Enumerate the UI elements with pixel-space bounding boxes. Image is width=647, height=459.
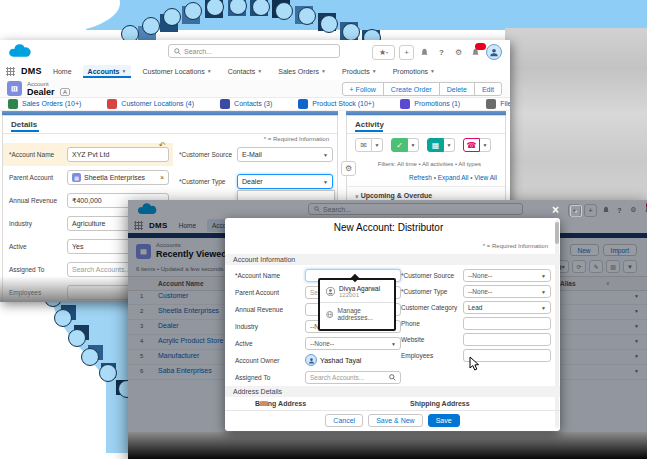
required-note: * = Required Information xyxy=(264,136,329,142)
phone-input[interactable] xyxy=(463,317,551,330)
customer-source-select[interactable]: E-Mail▼ xyxy=(237,147,333,162)
field-label: Assigned To xyxy=(235,374,270,381)
chevron-down-icon[interactable]: ▼ xyxy=(480,138,491,152)
cloud-circle xyxy=(342,23,360,41)
create-order-button[interactable]: Create Order xyxy=(383,82,440,96)
customer-source-select[interactable]: --None--▼ xyxy=(463,269,551,282)
autofill-suggestion[interactable]: Divya Agarwal 122001 xyxy=(320,280,394,300)
app-launcher-icon[interactable] xyxy=(6,67,15,76)
record-header: Account Dealer A +Follow Create Order De… xyxy=(0,80,510,98)
manage-addresses-label: Manage addresses... xyxy=(337,307,388,321)
modal-footer: Cancel Save & New Save xyxy=(225,414,560,427)
details-tab[interactable]: Details xyxy=(11,120,37,129)
pixel-cloud-bottom-left xyxy=(28,293,132,455)
favorites-dropdown-icon[interactable]: ▼ xyxy=(570,205,582,217)
account-name-input[interactable]: XYZ Pvt Ltd xyxy=(67,147,169,162)
field-label: Parent Account xyxy=(9,174,53,181)
app-name: DMS xyxy=(21,66,42,76)
help-icon[interactable]: ? xyxy=(435,46,448,59)
record-actions: +Follow Create Order Delete Edit xyxy=(342,82,502,96)
email-action[interactable]: ✉▼ xyxy=(355,138,383,152)
tab-products[interactable]: Products▼ xyxy=(337,65,382,78)
customer-category-select[interactable]: Lead▼ xyxy=(463,301,551,314)
cloud-circle xyxy=(81,348,99,366)
setup-gear-icon[interactable]: ⚙ xyxy=(452,46,465,59)
global-search-input[interactable]: Search... xyxy=(168,44,340,58)
activity-tab-underline xyxy=(355,130,383,132)
parent-account-lookup[interactable]: ▦Sheetla Enterprises× xyxy=(67,170,169,185)
save-button[interactable]: Save xyxy=(428,414,460,427)
customer-type-select[interactable]: --None--▼ xyxy=(463,285,551,298)
field-label: *Account Name xyxy=(235,272,280,279)
quicklink-files[interactable]: Files (0) xyxy=(486,99,510,109)
upcoming-overdue-section[interactable]: ∨ Upcoming & Overdue xyxy=(355,192,432,199)
related-list-quicklinks: Sales Orders (10+) Customer Locations (4… xyxy=(0,97,510,111)
website-input[interactable] xyxy=(463,333,551,346)
chevron-down-icon[interactable]: ▼ xyxy=(444,138,455,152)
expand-all-link[interactable]: Expand All xyxy=(438,174,469,181)
gray-backdrop xyxy=(505,28,647,208)
search-icon xyxy=(389,374,396,381)
guidance-icon[interactable] xyxy=(418,46,431,59)
section-address-details: Address Details xyxy=(225,386,560,397)
field-label: *Customer Type xyxy=(179,178,225,185)
manage-addresses-item[interactable]: Manage addresses... xyxy=(320,305,394,323)
field-label: Active xyxy=(9,243,27,250)
tab-home[interactable]: Home xyxy=(48,65,77,78)
cloud-circle xyxy=(320,15,338,33)
delete-button[interactable]: Delete xyxy=(439,82,475,96)
chevron-down-icon[interactable]: ▼ xyxy=(372,138,383,152)
billing-address-label: Billing Address xyxy=(255,400,306,407)
event-icon: ▦ xyxy=(427,138,444,152)
filters-gear-icon[interactable]: ⚙ xyxy=(341,161,356,176)
cloud-circle xyxy=(99,364,117,382)
tab-accounts[interactable]: Accounts▼ xyxy=(83,65,132,78)
assigned-to-lookup[interactable]: Search Accounts... xyxy=(305,371,401,384)
favorites-icon[interactable]: ★▾ xyxy=(372,45,395,60)
chevron-down-icon[interactable]: ▼ xyxy=(408,138,419,152)
quicklink-contacts[interactable]: Contacts (3) xyxy=(220,99,272,109)
new-task-action[interactable]: ✓▼ xyxy=(391,138,419,152)
quicklink-promotions[interactable]: Promotions (1) xyxy=(400,99,460,109)
active-select[interactable]: --None--▼ xyxy=(305,337,401,350)
divider xyxy=(3,133,337,134)
global-actions-icon[interactable]: + xyxy=(399,45,414,60)
cloud-circle xyxy=(275,2,293,20)
user-avatar[interactable] xyxy=(486,44,502,60)
promotions-icon xyxy=(400,99,410,109)
account-record-icon xyxy=(7,81,22,96)
owner-avatar xyxy=(305,354,317,366)
new-event-action[interactable]: ▦▼ xyxy=(427,138,455,152)
edit-button[interactable]: Edit xyxy=(474,82,502,96)
follow-button[interactable]: +Follow xyxy=(342,82,384,96)
tab-sales-orders[interactable]: Sales Orders▼ xyxy=(273,65,331,78)
quicklink-product-stock[interactable]: Product Stock (10+) xyxy=(298,99,374,109)
globe-icon xyxy=(326,310,333,319)
tab-customer-locations[interactable]: Customer Locations▼ xyxy=(137,65,216,78)
salesforce-cloud-logo xyxy=(7,44,35,58)
shipping-address-label: Shipping Address xyxy=(410,400,470,407)
cloud-circle xyxy=(142,17,160,35)
task-icon: ✓ xyxy=(391,138,408,152)
field-label: *Account Name xyxy=(9,151,54,158)
details-tab-underline xyxy=(11,130,39,132)
cloud-circle xyxy=(184,2,202,20)
view-all-link[interactable]: View All xyxy=(474,174,497,181)
cancel-button[interactable]: Cancel xyxy=(325,414,363,427)
refresh-link[interactable]: Refresh xyxy=(409,174,432,181)
close-icon[interactable]: × xyxy=(552,204,559,216)
customer-type-select[interactable]: Dealer▼ xyxy=(237,174,333,189)
save-new-button[interactable]: Save & New xyxy=(368,414,423,427)
quicklink-sales-orders[interactable]: Sales Orders (10+) xyxy=(8,99,81,109)
section-account-information: Account Information xyxy=(225,254,560,265)
tab-contacts[interactable]: Contacts▼ xyxy=(223,65,268,78)
notification-bell-icon[interactable] xyxy=(469,46,482,59)
clear-icon[interactable]: × xyxy=(160,174,164,181)
log-call-action[interactable]: ☎▼ xyxy=(463,138,491,152)
scrollbar-thumb[interactable] xyxy=(555,222,559,244)
activity-tab[interactable]: Activity xyxy=(355,120,384,129)
files-icon xyxy=(486,99,496,109)
tab-promotions[interactable]: Promotions▼ xyxy=(388,65,440,78)
field-label: *Customer Source xyxy=(401,272,454,279)
quicklink-customer-locations[interactable]: Customer Locations (4) xyxy=(107,99,194,109)
